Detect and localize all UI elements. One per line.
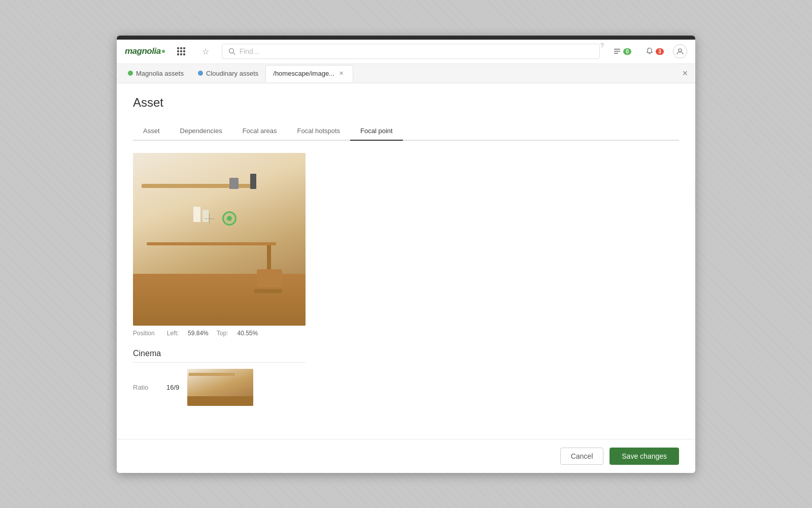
tab-close-button[interactable]: ✕ xyxy=(337,70,346,78)
svg-point-5 xyxy=(679,49,682,52)
cinema-ratio-row: Ratio 16/9 xyxy=(133,369,306,406)
tab-asset[interactable]: Asset xyxy=(133,122,170,141)
search-bar[interactable]: Find... xyxy=(222,44,600,59)
svg-rect-2 xyxy=(614,49,620,50)
save-changes-button[interactable]: Save changes xyxy=(610,448,679,465)
logo-text: magnolia xyxy=(125,46,161,56)
svg-line-1 xyxy=(233,53,235,55)
page-title: Asset xyxy=(133,96,679,110)
tab-magnolia-assets[interactable]: Magnolia assets xyxy=(121,66,191,81)
footer-buttons: Cancel Save changes xyxy=(117,439,695,473)
search-icon xyxy=(228,48,235,55)
apps-icon xyxy=(177,47,185,55)
tabs-bar: Magnolia assets Cloudinary assets /homes… xyxy=(117,64,695,83)
tab-focal-areas[interactable]: Focal areas xyxy=(232,122,287,141)
chair-seat xyxy=(254,289,282,293)
room-shelf xyxy=(142,184,254,188)
tasks-button[interactable]: 0 xyxy=(608,45,636,57)
cinema-title: Cinema xyxy=(133,349,306,363)
tab-focal-hotspots[interactable]: Focal hotspots xyxy=(287,122,351,141)
top-value: 40.55% xyxy=(237,330,258,337)
tab-path-label: /homescape/image... xyxy=(273,70,334,77)
svg-rect-3 xyxy=(614,51,620,52)
room-chair xyxy=(254,269,285,305)
image-container[interactable]: Position Left: 59.84% Top: 40.55% xyxy=(133,153,306,337)
tab-magnolia-assets-label: Magnolia assets xyxy=(136,70,184,77)
main-content: Asset Asset Dependencies Focal areas Foc… xyxy=(117,83,695,439)
focal-image[interactable] xyxy=(133,153,306,326)
cinema-floor xyxy=(187,396,253,405)
room-table xyxy=(147,242,276,245)
bookmark-icon: ☆ xyxy=(202,47,209,56)
focal-point-marker[interactable] xyxy=(222,211,236,226)
big-candle xyxy=(193,207,200,222)
cinema-section: Cinema Ratio 16/9 xyxy=(133,349,306,406)
header-right: 0 3 xyxy=(608,44,687,58)
apps-icon-button[interactable] xyxy=(173,43,189,59)
user-icon xyxy=(676,48,684,55)
image-column: Position Left: 59.84% Top: 40.55% Cinema… xyxy=(133,153,306,406)
bell-icon xyxy=(646,47,654,55)
user-button[interactable] xyxy=(673,44,687,58)
focal-point-outer-ring xyxy=(222,211,236,226)
tab-path[interactable]: /homescape/image... ✕ xyxy=(265,65,353,82)
browser-top-bar xyxy=(117,36,695,40)
logo[interactable]: magnolia xyxy=(125,46,165,56)
tasks-count: 0 xyxy=(623,48,631,55)
top-label: Top: xyxy=(217,330,228,337)
magnolia-assets-icon xyxy=(128,71,133,76)
logo-dot xyxy=(162,50,165,53)
bookmark-button[interactable]: ☆ xyxy=(197,43,214,59)
chair-back xyxy=(257,269,282,287)
tab-cloudinary-assets[interactable]: Cloudinary assets xyxy=(191,66,265,81)
header: magnolia ☆ Find... xyxy=(117,40,695,64)
close-all-tabs-button[interactable]: ✕ xyxy=(679,67,691,79)
position-key-label: Position xyxy=(133,330,155,337)
cinema-ratio-label: Ratio xyxy=(133,384,158,391)
content-tabs: Asset Dependencies Focal areas Focal hot… xyxy=(133,122,679,141)
left-label: Left: xyxy=(167,330,179,337)
cloudinary-assets-icon xyxy=(198,71,203,76)
notifications-count: 3 xyxy=(656,48,664,55)
cinema-shelf xyxy=(189,373,235,376)
svg-rect-4 xyxy=(614,53,618,54)
position-label: Position Left: 59.84% Top: 40.55% xyxy=(133,330,306,337)
crosshair-indicator xyxy=(204,213,214,224)
tab-cloudinary-assets-label: Cloudinary assets xyxy=(206,70,258,77)
notifications-button[interactable]: 3 xyxy=(640,45,669,57)
focal-point-inner-dot xyxy=(227,216,232,221)
cinema-ratio-value: 16/9 xyxy=(166,384,179,391)
help-icon[interactable]: ? xyxy=(600,42,604,49)
cancel-button[interactable]: Cancel xyxy=(560,448,604,465)
cinema-preview-image xyxy=(187,369,253,406)
tasks-icon xyxy=(613,47,621,55)
tab-focal-point[interactable]: Focal point xyxy=(350,122,403,141)
image-section: Position Left: 59.84% Top: 40.55% Cinema… xyxy=(133,153,679,406)
search-placeholder: Find... xyxy=(240,47,259,55)
tab-dependencies[interactable]: Dependencies xyxy=(170,122,232,141)
left-value: 59.84% xyxy=(188,330,209,337)
